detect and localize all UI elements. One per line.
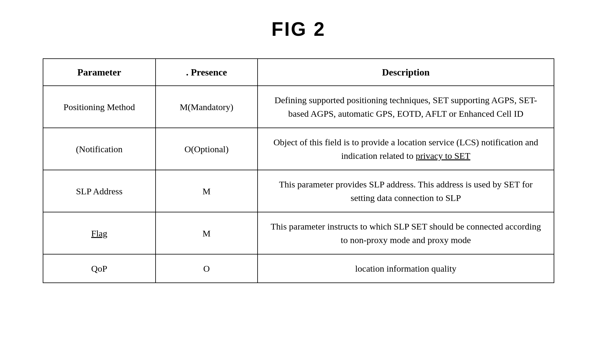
cell-presence-4: O (156, 254, 258, 283)
parameters-table: Parameter . Presence Description Positio… (43, 58, 554, 283)
cell-presence-1: O(Optional) (156, 128, 258, 170)
table-row: SLP AddressMThis parameter provides SLP … (43, 170, 554, 212)
header-description: Description (258, 59, 554, 86)
cell-parameter-4: QoP (43, 254, 156, 283)
cell-description-0: Defining supported positioning technique… (258, 86, 554, 128)
cell-presence-2: M (156, 170, 258, 212)
table-row: Positioning MethodM(Mandatory)Defining s… (43, 86, 554, 128)
cell-presence-0: M(Mandatory) (156, 86, 258, 128)
table-row: QoPOlocation information quality (43, 254, 554, 283)
figure-title: FIG 2 (271, 18, 326, 40)
cell-description-1: Object of this field is to provide a loc… (258, 128, 554, 170)
cell-description-3: This parameter instructs to which SLP SE… (258, 212, 554, 254)
table-row: (NotificationO(Optional)Object of this f… (43, 128, 554, 170)
table-row: FlagMThis parameter instructs to which S… (43, 212, 554, 254)
cell-parameter-0: Positioning Method (43, 86, 156, 128)
header-presence: . Presence (156, 59, 258, 86)
cell-parameter-2: SLP Address (43, 170, 156, 212)
cell-description-2: This parameter provides SLP address. Thi… (258, 170, 554, 212)
header-parameter: Parameter (43, 59, 156, 86)
cell-presence-3: M (156, 212, 258, 254)
cell-description-4: location information quality (258, 254, 554, 283)
main-table-container: Parameter . Presence Description Positio… (43, 58, 554, 283)
cell-parameter-1: (Notification (43, 128, 156, 170)
table-header-row: Parameter . Presence Description (43, 59, 554, 86)
cell-parameter-3: Flag (43, 212, 156, 254)
